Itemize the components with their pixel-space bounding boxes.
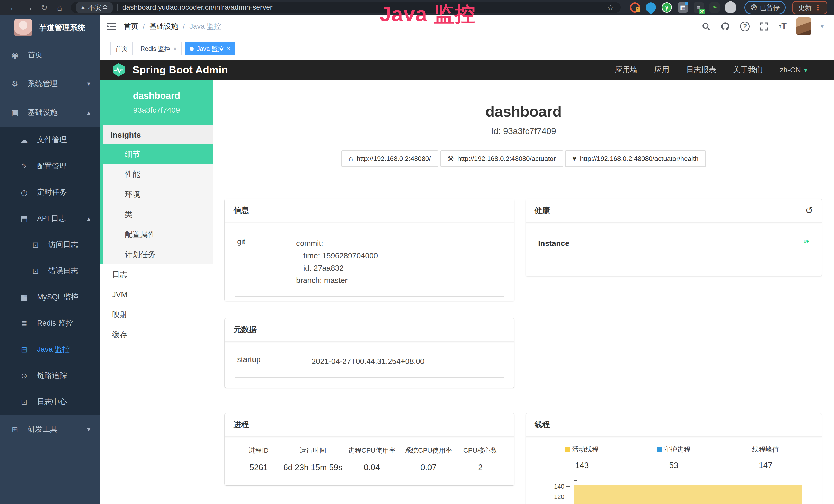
tab-home[interactable]: 首页 bbox=[110, 42, 133, 55]
live-threads-area bbox=[574, 485, 802, 504]
reload-icon[interactable]: ↻ bbox=[38, 0, 51, 15]
sidebar-item-error-log[interactable]: ⊡ 错误日志 bbox=[0, 258, 100, 284]
edit-icon: ✎ bbox=[20, 162, 29, 171]
doc-edit-icon: ⊡ bbox=[20, 397, 29, 407]
more-icon[interactable]: ⋮ bbox=[814, 3, 821, 12]
sidebar-item-config-manage[interactable]: ✎ 配置管理 bbox=[0, 153, 100, 179]
sidebar-item-label: Redis 监控 bbox=[37, 318, 73, 328]
sidebar-item-redis-monitor[interactable]: ≣ Redis 监控 bbox=[0, 310, 100, 336]
instance-nav-logs[interactable]: 日志 bbox=[100, 265, 213, 284]
font-size-icon[interactable]: тT bbox=[778, 21, 787, 31]
bookmark-star-icon[interactable]: ☆ bbox=[606, 3, 615, 12]
sba-nav-about[interactable]: 关于我们 bbox=[733, 65, 763, 75]
extension-y-icon[interactable]: y bbox=[662, 2, 672, 13]
process-card-header: 进程 bbox=[225, 413, 514, 437]
health-key: Instance bbox=[538, 239, 569, 248]
extension-grid-icon[interactable]: ▦ bbox=[678, 2, 688, 13]
close-icon[interactable]: × bbox=[173, 45, 177, 52]
terminal-icon: ⊟ bbox=[20, 345, 29, 354]
actuator-url-link[interactable]: ⚒ http://192.168.0.2:48080/actuator bbox=[440, 151, 563, 167]
address-bar[interactable]: ▲ 不安全 dashboard.yudao.iocoder.cn/infra/a… bbox=[71, 2, 620, 13]
instance-nav-caches[interactable]: 缓存 bbox=[100, 324, 213, 345]
sidebar-item-cron-job[interactable]: ◷ 定时任务 bbox=[0, 179, 100, 205]
update-button[interactable]: 更新 ⋮ bbox=[792, 1, 827, 15]
sba-language-select[interactable]: zh-CN ▾ bbox=[780, 66, 807, 74]
sidebar-item-tracing[interactable]: ⊙ 链路追踪 bbox=[0, 363, 100, 389]
insights-section: Insights 细节 性能 环境 类 配置属性 计划任务 bbox=[100, 125, 213, 265]
insights-item-config-props[interactable]: 配置属性 bbox=[103, 224, 213, 245]
insights-item-metrics[interactable]: 性能 bbox=[103, 164, 213, 184]
history-icon[interactable]: ↺ bbox=[805, 205, 813, 216]
extension-icon-1[interactable]: 1 bbox=[630, 2, 640, 13]
tab-redis-monitor[interactable]: Redis 监控 × bbox=[136, 42, 182, 55]
metadata-startup-row: startup 2021-04-27T00:44:31.254+08:00 bbox=[235, 351, 504, 378]
instance-content: dashboard Id: 93a3fc7f7409 ⌂ http://192.… bbox=[213, 80, 834, 504]
sidebar-item-label: 文件管理 bbox=[37, 135, 67, 145]
threads-chart: 140 120 100 bbox=[536, 479, 811, 504]
back-icon[interactable]: ← bbox=[7, 0, 20, 15]
extensions-puzzle-icon[interactable] bbox=[725, 2, 736, 13]
sidebar-item-java-monitor[interactable]: ⊟ Java 监控 bbox=[0, 336, 100, 363]
caret-down-icon[interactable]: ▾ bbox=[821, 23, 824, 30]
col-value: 6d 23h 15m 59s bbox=[282, 463, 344, 472]
app-logo-row[interactable]: 芋道管理系统 bbox=[0, 15, 100, 41]
github-icon[interactable] bbox=[721, 22, 730, 31]
dashboard-icon: ◉ bbox=[10, 51, 20, 60]
breadcrumb-infra[interactable]: 基础设施 bbox=[150, 22, 178, 31]
insights-section-label: Insights bbox=[103, 125, 213, 144]
insights-item-scheduled-tasks[interactable]: 计划任务 bbox=[103, 245, 213, 265]
sba-nav-wallboard[interactable]: 应用墙 bbox=[615, 65, 637, 75]
insights-item-environment[interactable]: 环境 bbox=[103, 184, 213, 204]
warning-icon: ▲ bbox=[80, 4, 86, 11]
legend-peak-threads: 线程峰值 147 bbox=[720, 445, 811, 470]
close-icon[interactable]: × bbox=[227, 45, 230, 52]
sidebar-item-file-manage[interactable]: ☁ 文件管理 bbox=[0, 127, 100, 153]
sba-nav-applications[interactable]: 应用 bbox=[655, 65, 670, 75]
threads-card-title: 线程 bbox=[534, 419, 550, 430]
legend-value: 53 bbox=[628, 461, 720, 470]
sidebar-item-api-log[interactable]: ▤ API 日志 ▴ bbox=[0, 205, 100, 232]
sidebar-item-dev-tools[interactable]: ⊞ 研发工具 ▾ bbox=[0, 415, 100, 444]
sidebar-item-label: Java 监控 bbox=[37, 344, 70, 354]
browser-home-icon[interactable]: ⌂ bbox=[53, 0, 66, 15]
fullscreen-icon[interactable] bbox=[760, 22, 769, 31]
help-icon[interactable]: ? bbox=[740, 22, 750, 31]
breadcrumb-home[interactable]: 首页 bbox=[124, 22, 138, 31]
forward-icon[interactable]: → bbox=[22, 0, 36, 15]
instance-nav-mappings[interactable]: 映射 bbox=[100, 304, 213, 324]
insights-item-details[interactable]: 细节 bbox=[103, 144, 213, 164]
sidebar-item-label: 基础设施 bbox=[28, 107, 58, 118]
sidebar-item-mysql-monitor[interactable]: ▦ MySQL 监控 bbox=[0, 284, 100, 310]
insights-item-classes[interactable]: 类 bbox=[103, 204, 213, 224]
search-icon[interactable] bbox=[701, 22, 711, 31]
info-git-row: git commit: time: 1596289704000 id: 27aa… bbox=[235, 234, 504, 297]
breadcrumb: 首页 / 基础设施 / Java 监控 bbox=[124, 22, 221, 31]
avatar[interactable] bbox=[796, 18, 811, 36]
security-chip[interactable]: ▲ 不安全 bbox=[76, 2, 112, 13]
hamburger-icon[interactable] bbox=[106, 21, 117, 31]
sidebar-item-access-log[interactable]: ⊡ 访问日志 bbox=[0, 232, 100, 258]
url-text[interactable]: dashboard.yudao.iocoder.cn/infra/admin-s… bbox=[122, 3, 606, 12]
link-text: http://192.168.0.2:48080/actuator bbox=[458, 155, 556, 163]
paused-badge[interactable]: 😨 已暂停 bbox=[744, 1, 786, 15]
legend-label: 线程峰值 bbox=[752, 445, 779, 454]
tab-java-monitor[interactable]: Java 监控 × bbox=[185, 42, 235, 55]
sidebar-item-infra[interactable]: ▣ 基础设施 ▴ bbox=[0, 98, 100, 127]
tab-label: Java 监控 bbox=[197, 45, 224, 53]
breadcrumb-current: Java 监控 bbox=[190, 22, 221, 31]
health-url-link[interactable]: ♥ http://192.168.0.2:48080/actuator/heal… bbox=[565, 151, 706, 167]
extension-rows-icon[interactable]: ≡on bbox=[694, 2, 704, 13]
extension-leaf-icon[interactable]: ❧ bbox=[709, 2, 720, 13]
sidebar-item-log-center[interactable]: ⊡ 日志中心 bbox=[0, 389, 100, 415]
instance-nav-jvm[interactable]: JVM bbox=[100, 284, 213, 304]
extension-pin-icon[interactable] bbox=[644, 0, 658, 15]
instance-name: dashboard bbox=[103, 90, 211, 101]
service-url-link[interactable]: ⌂ http://192.168.0.2:48080/ bbox=[342, 151, 438, 167]
sidebar-item-system[interactable]: ⚙ 系统管理 ▾ bbox=[0, 69, 100, 98]
sidebar-item-home[interactable]: ◉ 首页 bbox=[0, 41, 100, 69]
info-card-header: 信息 bbox=[225, 199, 514, 222]
legend-value: 147 bbox=[720, 461, 811, 470]
sba-nav-journal[interactable]: 日志报表 bbox=[686, 65, 716, 75]
table-icon: ▦ bbox=[20, 293, 29, 302]
sba-title[interactable]: Spring Boot Admin bbox=[133, 64, 228, 76]
